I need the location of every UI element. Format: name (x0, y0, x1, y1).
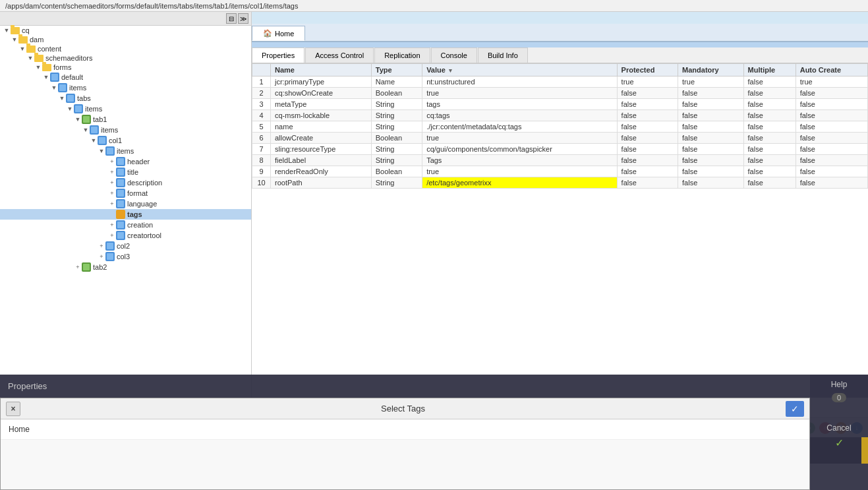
home-tab[interactable]: 🏠 Home (252, 26, 305, 41)
tree-node-col3[interactable]: + col3 (0, 251, 251, 262)
tree-toggle-col3[interactable]: + (98, 253, 105, 260)
tree-toggle-dam[interactable]: ▼ (11, 36, 18, 44)
modal-cancel-label[interactable]: Cancel (826, 423, 851, 433)
tree-expand-btn[interactable]: ≫ (238, 13, 248, 24)
col-header-mandatory[interactable]: Mandatory (678, 64, 744, 77)
table-row[interactable]: 10rootPathString/etc/tags/geometrixxfals… (252, 177, 868, 189)
tree-node-items1[interactable]: ▼ items (0, 82, 251, 93)
tree-panel: ⊟ ≫ ▼ cq ▼ dam ▼ content ▼ schemaeditors (0, 12, 252, 417)
tree-toggle-forms[interactable]: ▼ (34, 63, 42, 71)
tree-node-format[interactable]: + format (0, 188, 251, 199)
tree-toggle-default[interactable]: ▼ (42, 73, 50, 81)
cell-num: 3 (252, 99, 271, 110)
tree-node-col2[interactable]: + col2 (0, 241, 251, 251)
tree-collapse-btn[interactable]: ⊟ (226, 13, 237, 24)
tree-toggle-header[interactable]: + (108, 158, 116, 166)
table-row[interactable]: 8fieldLabelStringTagsfalsefalsefalsefals… (252, 155, 868, 166)
modal-close-button[interactable]: × (6, 402, 20, 416)
tab-replication-label: Replication (384, 51, 420, 59)
tree-toggle-items1[interactable]: ▼ (50, 84, 58, 92)
tree-toggle-language[interactable]: + (108, 200, 116, 208)
cell-multiple: false (743, 99, 796, 110)
tree-toggle-creatortool[interactable]: + (108, 231, 116, 239)
tree-toggle-title[interactable]: + (108, 168, 116, 176)
tree-node-forms[interactable]: ▼ forms (0, 63, 251, 72)
tree-node-tabs[interactable]: ▼ tabs (0, 93, 251, 104)
tree-node-language[interactable]: + language (0, 199, 251, 209)
tab-access-control[interactable]: Access Control (305, 47, 374, 63)
tree-node-cq[interactable]: ▼ cq (0, 26, 251, 35)
col-header-name[interactable]: Name (271, 64, 372, 77)
tree-node-tags[interactable]: tags (0, 209, 251, 220)
tree-node-dam[interactable]: ▼ dam (0, 35, 251, 44)
tree-toggle-col2[interactable]: + (98, 242, 105, 250)
tree-label-language: language (127, 200, 157, 208)
modal-confirm-button[interactable]: ✓ (786, 401, 804, 417)
tree-toggle-tab1[interactable]: ▼ (74, 115, 82, 123)
tree-toggle-content[interactable]: ▼ (18, 45, 26, 53)
cell-value: cq/gui/components/common/tagspicker (422, 144, 617, 155)
tree-node-header[interactable]: + header (0, 156, 251, 167)
tab-properties[interactable]: Properties (252, 47, 304, 63)
table-row[interactable]: 1jcr:primaryTypeNament:unstructuredtruet… (252, 77, 868, 88)
cell-name: jcr:primaryType (271, 77, 372, 88)
tree-toggle-tab2[interactable]: + (74, 263, 82, 271)
tab-console-label: Console (441, 51, 467, 59)
tab-replication[interactable]: Replication (374, 47, 430, 63)
tree-node-creatortool[interactable]: + creatortool (0, 230, 251, 241)
col-header-type[interactable]: Type (371, 64, 422, 77)
table-row[interactable]: 7sling:resourceTypeStringcq/gui/componen… (252, 144, 868, 155)
table-row[interactable]: 6allowCreateBooleantruefalsefalsefalsefa… (252, 133, 868, 144)
cell-value: tags (422, 99, 617, 110)
table-row[interactable]: 5nameString./jcr:content/metadata/cq:tag… (252, 121, 868, 133)
tree-label-forms: forms (53, 63, 72, 71)
tree-label-col2: col2 (117, 242, 130, 250)
tree-toggle-description[interactable]: + (108, 179, 116, 187)
tree-node-content[interactable]: ▼ content (0, 44, 251, 53)
tree-toggle-tabs[interactable]: ▼ (58, 94, 66, 102)
col-header-autocreate[interactable]: Auto Create (796, 64, 867, 77)
tree-toolbar: ⊟ ≫ (0, 12, 251, 26)
tree-node-items2[interactable]: ▼ items (0, 104, 251, 114)
tab-build-info[interactable]: Build Info (478, 47, 528, 63)
properties-bg-label: Properties (8, 381, 47, 391)
cell-mandatory: false (678, 88, 744, 99)
tree-toggle-col1[interactable]: ▼ (90, 137, 98, 144)
tree-label-dam: dam (30, 36, 43, 44)
tab-access-control-label: Access Control (315, 51, 364, 59)
cell-name: cq-msm-lockable (271, 110, 372, 121)
tree-label-creatortool: creatortool (127, 231, 161, 239)
tree-toggle-items2[interactable]: ▼ (66, 105, 74, 113)
table-row[interactable]: 2cq:showOnCreateBooleantruefalsefalsefal… (252, 88, 868, 99)
tree-node-title[interactable]: + title (0, 167, 251, 177)
tree-node-description[interactable]: + description (0, 177, 251, 188)
col-header-multiple[interactable]: Multiple (743, 64, 796, 77)
tree-toggle-schemaeditors[interactable]: ▼ (26, 54, 34, 62)
cell-protected: false (617, 99, 678, 110)
tree-toggle-items4[interactable]: ▼ (98, 147, 105, 155)
col-header-value[interactable]: Value ▾ (422, 64, 617, 77)
tree-node-items4[interactable]: ▼ items (0, 146, 251, 156)
tree-node-default[interactable]: ▼ default (0, 72, 251, 82)
cell-num: 2 (252, 88, 271, 99)
tree-toggle-items3[interactable]: ▼ (82, 126, 90, 134)
tree-toggle-tags[interactable] (108, 210, 116, 218)
tree-toggle-creation[interactable]: + (108, 221, 116, 229)
tree-node-tab2[interactable]: + tab2 (0, 262, 251, 272)
tree-node-creation[interactable]: + creation (0, 220, 251, 230)
tree-node-col1[interactable]: ▼ col1 (0, 135, 251, 146)
tree-node-tab1[interactable]: ▼ tab1 (0, 114, 251, 125)
tree-toggle-cq[interactable]: ▼ (3, 26, 11, 34)
table-row[interactable]: 9renderReadOnlyBooleantruefalsefalsefals… (252, 166, 868, 177)
table-row[interactable]: 3metaTypeStringtagsfalsefalsefalsefalse (252, 99, 868, 110)
col-header-protected[interactable]: Protected (617, 64, 678, 77)
cell-type: Name (371, 77, 422, 88)
tree-label-items2: items (85, 105, 102, 113)
tree-node-schemaeditors[interactable]: ▼ schemaeditors (0, 53, 251, 63)
tree-toggle-format[interactable]: + (108, 189, 116, 197)
table-row[interactable]: 4cq-msm-lockableStringcq:tagsfalsefalsef… (252, 110, 868, 121)
tab-console[interactable]: Console (431, 47, 477, 63)
cell-multiple: false (743, 77, 796, 88)
tree-node-items3[interactable]: ▼ items (0, 125, 251, 135)
cell-autocreate: false (796, 177, 867, 189)
